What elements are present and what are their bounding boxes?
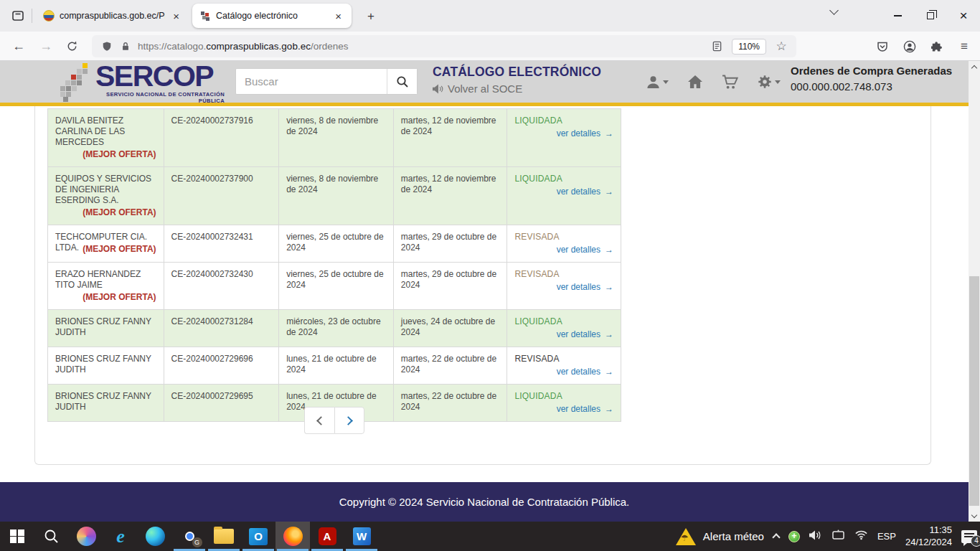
bookmark-star-icon[interactable]: ☆ [772, 37, 791, 56]
review-date: martes, 12 de noviembre de 2024 [394, 167, 508, 225]
ver-detalles-link[interactable]: ver detalles→ [514, 128, 613, 139]
previous-page-button[interactable] [304, 407, 334, 434]
cart-icon [722, 75, 738, 90]
chevron-down-icon [663, 80, 669, 84]
date: 24/12/2024 [905, 537, 952, 549]
list-all-tabs-icon[interactable] [831, 10, 837, 14]
close-window-button[interactable]: × [947, 0, 980, 32]
screen-cast-icon[interactable] [831, 529, 845, 544]
search-button[interactable] [387, 69, 417, 94]
ver-detalles-link[interactable]: ver detalles→ [514, 187, 613, 197]
orders-label: Ordenes de Compra Generadas [791, 65, 952, 77]
ver-detalles-link[interactable]: ver detalles→ [514, 245, 613, 255]
new-tab-button[interactable]: + [362, 7, 380, 26]
scroll-down-arrow[interactable] [969, 510, 980, 522]
time: 11:35 [905, 524, 952, 537]
restore-button[interactable] [914, 0, 947, 32]
taskbar-search-button[interactable] [34, 522, 69, 551]
forward-button[interactable]: → [34, 35, 57, 57]
weather-warning-icon: ☂ [676, 528, 696, 545]
menu-hamburger-icon[interactable]: ≡ [953, 36, 976, 57]
order-code: CE-20240002737900 [164, 167, 280, 225]
tab-catalogo-electronico[interactable]: Catálogo electrónico × [192, 4, 352, 28]
gear-icon [757, 74, 773, 90]
provider-name: BRIONES CRUZ FANNY JUDITH [55, 354, 151, 375]
close-tab-icon[interactable]: × [332, 9, 344, 23]
firefox-button[interactable] [275, 522, 310, 551]
windows-taskbar: e G O A W ☂ Alerta méteo ESP 11:35 24/12… [0, 522, 980, 551]
provider-cell: BRIONES CRUZ FANNY JUDITH [48, 310, 164, 347]
back-button[interactable]: ← [7, 35, 30, 57]
order-date: viernes, 25 de octubre de 2024 [279, 225, 394, 262]
status-badge: LIQUIDADA [514, 316, 613, 327]
wifi-icon[interactable] [854, 529, 868, 543]
chrome-button[interactable]: G [172, 522, 207, 551]
url-bar[interactable]: https://catalogo.compraspublicas.gob.ec/… [92, 35, 796, 57]
home-button[interactable] [687, 75, 703, 89]
copilot-button[interactable] [69, 522, 103, 551]
outlook-button[interactable]: O [241, 522, 275, 551]
orders-number: 000.000.002.748.073 [791, 80, 952, 93]
next-page-button[interactable] [334, 407, 364, 434]
window-controls: × [881, 0, 980, 32]
close-tab-icon[interactable]: × [170, 9, 182, 23]
scrollbar-thumb[interactable] [969, 276, 979, 506]
volver-al-soce-link[interactable]: Volver al SOCE [433, 83, 522, 95]
ver-detalles-link[interactable]: ver detalles→ [514, 367, 613, 377]
tab-title: Catálogo electrónico [216, 11, 327, 21]
weather-alert-widget[interactable]: ☂ Alerta méteo [676, 528, 764, 545]
volume-icon[interactable] [809, 529, 822, 544]
antivirus-tray-icon[interactable] [788, 531, 800, 542]
acrobat-button[interactable]: A [310, 522, 344, 551]
account-icon[interactable] [898, 36, 921, 57]
status-cell: REVISADA ver detalles→ [507, 347, 621, 384]
extensions-puzzle-icon[interactable] [925, 36, 948, 57]
order-code: CE-20240002732430 [164, 263, 280, 309]
best-offer-label: (MEJOR OFERTA) [83, 207, 156, 218]
sercop-logo[interactable]: SERCOP SERVICIO NACIONAL DE CONTRATACIÓN… [95, 62, 225, 104]
reload-button[interactable] [60, 35, 83, 57]
cart-button[interactable] [722, 75, 738, 90]
settings-menu-button[interactable] [757, 74, 781, 90]
copilot-icon [77, 527, 96, 546]
tab-compraspublicas[interactable]: compraspublicas.gob.ec/Proce × [37, 4, 188, 27]
order-date: viernes, 25 de octubre de 2024 [279, 263, 394, 309]
firefox-view-icon[interactable] [7, 6, 29, 26]
order-code: CE-20240002732431 [164, 225, 280, 262]
edge-button[interactable] [138, 522, 172, 551]
review-date: martes, 12 de noviembre de 2024 [394, 109, 508, 166]
order-row: DAVILA BENITEZ CARLINA DE LAS MERCEDES (… [48, 109, 621, 167]
scroll-up-arrow[interactable] [969, 61, 980, 72]
lock-icon[interactable] [116, 37, 135, 56]
clock[interactable]: 11:35 24/12/2024 [905, 524, 952, 549]
header-action-icons [646, 74, 781, 90]
status-cell: LIQUIDADA ver detalles→ [507, 109, 621, 166]
notification-center-button[interactable]: 4 [961, 530, 977, 543]
tray-expand-chevron-icon[interactable] [772, 533, 780, 541]
best-offer-label: (MEJOR OFERTA) [83, 292, 156, 303]
file-explorer-button[interactable] [207, 522, 241, 551]
main-content: DAVILA BENITEZ CARLINA DE LAS MERCEDES (… [0, 106, 969, 482]
minimize-button[interactable] [881, 0, 914, 32]
page-scrollbar[interactable] [969, 61, 980, 522]
internet-explorer-button[interactable]: e [103, 522, 138, 551]
pocket-icon[interactable] [871, 36, 894, 57]
user-menu-button[interactable] [646, 75, 669, 89]
ver-detalles-link[interactable]: ver detalles→ [514, 282, 613, 293]
shield-icon[interactable] [98, 37, 116, 56]
language-indicator[interactable]: ESP [877, 531, 896, 542]
status-badge: REVISADA [514, 354, 613, 364]
zoom-level-button[interactable]: 110% [732, 39, 766, 55]
reader-mode-icon[interactable] [707, 37, 726, 56]
edge-icon [146, 527, 165, 546]
provider-name: BRIONES CRUZ FANNY JUDITH [55, 316, 151, 337]
provider-cell: EQUIPOS Y SERVICIOS DE INGENIERIA ESERDI… [48, 167, 164, 225]
provider-cell: DAVILA BENITEZ CARLINA DE LAS MERCEDES (… [48, 109, 164, 166]
search-input[interactable] [236, 69, 387, 94]
chevron-left-icon [316, 416, 326, 425]
order-date: miércoles, 23 de octubre de 2024 [279, 310, 394, 347]
ver-detalles-link[interactable]: ver detalles→ [514, 329, 613, 340]
word-button[interactable]: W [344, 522, 379, 551]
order-date: lunes, 21 de octubre de 2024 [279, 347, 394, 384]
start-button[interactable] [0, 522, 34, 551]
